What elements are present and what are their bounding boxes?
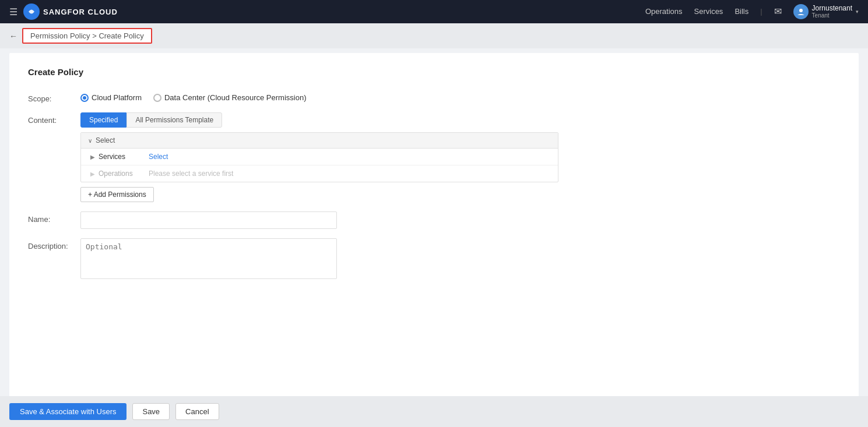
brand-logo-icon	[23, 3, 40, 20]
breadcrumb-bar: ← Permission Policy > Create Policy	[0, 23, 868, 48]
scope-label: Scope:	[28, 91, 80, 103]
svg-point-0	[799, 9, 803, 12]
save-associate-button[interactable]: Save & Associate with Users	[9, 403, 126, 420]
name-control	[80, 211, 840, 229]
services-select-link[interactable]: Select	[149, 153, 168, 161]
name-input[interactable]	[80, 211, 337, 229]
scope-data-center[interactable]: Data Center (Cloud Resource Permission)	[153, 93, 306, 102]
name-row: Name:	[28, 211, 840, 229]
scope-cloud-platform-label: Cloud Platform	[92, 93, 142, 102]
operations-placeholder: Please select a service first	[149, 170, 233, 178]
scope-options: Cloud Platform Data Center (Cloud Resour…	[80, 91, 840, 102]
services-name: Services	[99, 153, 145, 161]
services-row: ▶ Services Select	[81, 149, 558, 165]
page-title: Create Policy	[28, 67, 840, 77]
breadcrumb: Permission Policy > Create Policy	[22, 28, 152, 44]
operations-row: ▶ Operations Please select a service fir…	[81, 165, 558, 182]
save-button[interactable]: Save	[132, 403, 170, 420]
content-label: Content:	[28, 112, 80, 125]
footer-bar: Save & Associate with Users Save Cancel	[0, 396, 868, 427]
user-details: Jornustenant Tenant	[812, 4, 852, 19]
user-role-label: Tenant	[812, 12, 852, 19]
permissions-container: ∨ Select ▶ Services Select ▶ Operations …	[80, 132, 558, 182]
select-header[interactable]: ∨ Select	[81, 133, 558, 149]
content-control: Specified All Permissions Template ∨ Sel…	[80, 112, 840, 202]
nav-divider: |	[760, 7, 762, 16]
radio-data-center[interactable]	[153, 94, 161, 102]
brand-name: SANGFOR CLOUD	[43, 8, 118, 16]
content-row: Content: Specified All Permissions Templ…	[28, 112, 840, 202]
user-avatar	[793, 4, 809, 19]
operations-expand-icon: ▶	[90, 171, 95, 177]
tab-specified[interactable]: Specified	[80, 112, 126, 128]
name-label: Name:	[28, 211, 80, 224]
description-label: Description:	[28, 238, 80, 250]
services-expand-icon[interactable]: ▶	[90, 154, 95, 160]
back-arrow-icon[interactable]: ←	[9, 31, 17, 41]
description-control	[80, 238, 840, 281]
content-tabs: Specified All Permissions Template	[80, 112, 840, 128]
description-row: Description:	[28, 238, 840, 281]
top-navigation: ☰ SANGFOR CLOUD Operations Services Bill…	[0, 0, 868, 23]
radio-cloud-platform[interactable]	[80, 94, 89, 102]
user-menu[interactable]: Jornustenant Tenant ▾	[793, 4, 859, 19]
hamburger-icon[interactable]: ☰	[9, 6, 17, 17]
user-name-label: Jornustenant	[812, 4, 852, 12]
scope-row: Scope: Cloud Platform Data Center (Cloud…	[28, 91, 840, 103]
main-content: Create Policy Scope: Cloud Platform Data…	[9, 53, 859, 403]
select-header-label: Select	[96, 136, 115, 144]
description-input[interactable]	[80, 238, 337, 279]
brand-logo: SANGFOR CLOUD	[23, 3, 118, 20]
nav-services[interactable]: Services	[694, 7, 723, 16]
add-permissions-button[interactable]: + Add Permissions	[80, 187, 154, 202]
nav-bills[interactable]: Bills	[735, 7, 748, 16]
mail-icon[interactable]: ✉	[774, 6, 782, 17]
scope-data-center-label: Data Center (Cloud Resource Permission)	[164, 93, 306, 102]
tab-all-permissions[interactable]: All Permissions Template	[126, 112, 222, 128]
operations-name: Operations	[99, 170, 145, 178]
scope-cloud-platform[interactable]: Cloud Platform	[80, 93, 142, 102]
nav-operations[interactable]: Operations	[645, 7, 683, 16]
cancel-button[interactable]: Cancel	[175, 403, 219, 420]
select-chevron-icon: ∨	[88, 137, 92, 144]
user-chevron-icon: ▾	[856, 9, 859, 15]
